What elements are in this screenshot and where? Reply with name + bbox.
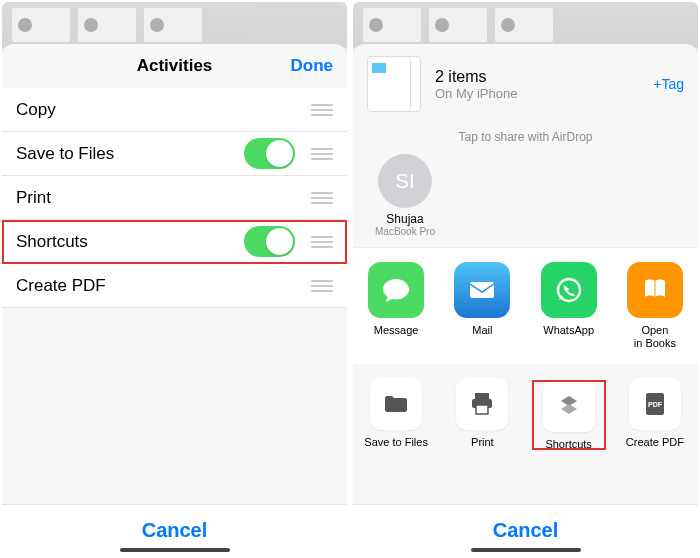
activities-sheet: Activities Done Copy Save to Files Print… (2, 44, 347, 556)
activities-list: Copy Save to Files Print Shortcuts Creat… (2, 88, 347, 308)
reorder-handle-icon[interactable] (311, 148, 333, 160)
row-save-to-files[interactable]: Save to Files (2, 132, 347, 176)
sheet-header: Activities Done (2, 44, 347, 88)
airdrop-row: SI Shujaa MacBook Pro (353, 150, 698, 247)
svg-rect-5 (476, 405, 488, 414)
app-message[interactable]: Message (357, 262, 435, 350)
pdf-icon: PDF (629, 378, 681, 430)
app-whatsapp[interactable]: WhatsApp (530, 262, 608, 350)
share-sheet: 2 items On My iPhone +Tag Tap to share w… (353, 44, 698, 556)
add-tag-button[interactable]: +Tag (653, 76, 684, 92)
avatar: SI (378, 154, 432, 208)
mail-icon (454, 262, 510, 318)
reorder-handle-icon[interactable] (311, 280, 333, 292)
message-icon (368, 262, 424, 318)
printer-icon (456, 378, 508, 430)
cancel-button[interactable]: Cancel (142, 519, 208, 541)
background-docs (353, 2, 698, 48)
app-mail[interactable]: Mail (443, 262, 521, 350)
whatsapp-icon (541, 262, 597, 318)
toggle-switch[interactable] (244, 138, 295, 169)
share-screen: 2 items On My iPhone +Tag Tap to share w… (353, 2, 698, 556)
row-shortcuts[interactable]: Shortcuts (2, 220, 347, 264)
sheet-title: Activities (137, 56, 213, 76)
reorder-handle-icon[interactable] (311, 104, 333, 116)
svg-rect-3 (475, 393, 489, 399)
airdrop-hint: Tap to share with AirDrop (353, 124, 698, 150)
toggle-switch[interactable] (244, 226, 295, 257)
row-copy[interactable]: Copy (2, 88, 347, 132)
svg-text:PDF: PDF (648, 401, 663, 408)
action-row: Save to Files Print Shortcuts PDF Create… (353, 364, 698, 466)
row-print[interactable]: Print (2, 176, 347, 220)
share-header: 2 items On My iPhone +Tag (353, 44, 698, 124)
action-print[interactable]: Print (443, 378, 521, 452)
folder-icon (370, 378, 422, 430)
action-save-to-files[interactable]: Save to Files (357, 378, 435, 452)
reorder-handle-icon[interactable] (311, 192, 333, 204)
items-thumbnail (367, 56, 423, 112)
done-button[interactable]: Done (291, 56, 334, 76)
home-indicator[interactable] (120, 548, 230, 552)
background-docs (2, 2, 347, 48)
action-create-pdf[interactable]: PDF Create PDF (616, 378, 694, 452)
airdrop-contact[interactable]: SI Shujaa MacBook Pro (367, 154, 443, 237)
shortcuts-icon (543, 380, 595, 432)
activities-screen: Activities Done Copy Save to Files Print… (2, 2, 347, 556)
action-shortcuts[interactable]: Shortcuts (530, 378, 608, 452)
app-books[interactable]: Open in Books (616, 262, 694, 350)
home-indicator[interactable] (471, 548, 581, 552)
books-icon (627, 262, 683, 318)
svg-rect-0 (470, 282, 494, 298)
row-create-pdf[interactable]: Create PDF (2, 264, 347, 308)
reorder-handle-icon[interactable] (311, 236, 333, 248)
app-row: Message Mail WhatsApp Open in Books (353, 247, 698, 364)
items-info: 2 items On My iPhone (435, 68, 641, 101)
cancel-button[interactable]: Cancel (493, 519, 559, 541)
